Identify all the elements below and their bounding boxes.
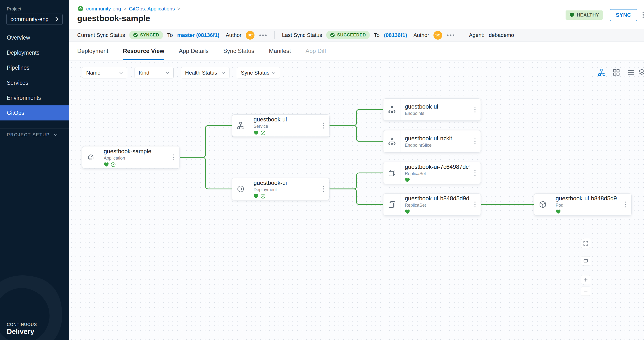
graph-node-endpointslice[interactable]: guestbook-ui-nzklt EndpointSlice [383, 130, 481, 152]
zoom-in-button[interactable] [581, 275, 590, 284]
sidebar-item-deployments[interactable]: Deployments [0, 45, 69, 60]
footer-continuous-label: CONTINUOUS [7, 322, 37, 327]
author-label: Author [413, 32, 429, 38]
last-target-link[interactable]: (08136f1) [384, 32, 407, 38]
edge-deployment-to-replicaset-old [330, 173, 383, 189]
page-title: guestbook-sample [77, 14, 150, 23]
graph-node-service[interactable]: guestbook-ui Service [232, 114, 330, 137]
node-kind: Deployment [254, 187, 318, 192]
breadcrumb-section-link[interactable]: GitOps: Applications [129, 6, 175, 12]
breadcrumb-project-link[interactable]: community-eng [86, 6, 121, 12]
graph-node-deployment[interactable]: guestbook-ui Deployment [232, 178, 330, 200]
status-divider [274, 31, 275, 39]
node-menu-kebab-icon[interactable] [470, 98, 480, 120]
filter-kind-select[interactable]: Kind [134, 67, 174, 78]
filter-label: Name [86, 70, 100, 76]
breadcrumb-separator: > [124, 6, 126, 12]
node-title: guestbook-ui [254, 116, 318, 123]
node-kind: Service [254, 124, 318, 129]
graph-node-replicaset[interactable]: guestbook-ui-b848d5d9d ReplicaSet [383, 193, 481, 216]
replicaset-icon [384, 162, 400, 184]
node-kind: Application [104, 156, 168, 161]
sidebar-item-label: Overview [7, 34, 30, 41]
grid-view-icon[interactable] [612, 68, 621, 77]
sync-button[interactable]: SYNC [610, 9, 637, 21]
fit-view-button[interactable] [581, 256, 590, 266]
healthy-heart-icon [104, 162, 109, 167]
sidebar-item-label: Environments [7, 95, 41, 101]
agent-value: debademo [489, 32, 514, 38]
filter-label: Sync Status [241, 70, 269, 76]
node-title: guestbook-ui [254, 180, 318, 186]
last-sync-badge: SUCCEEDED [326, 31, 369, 39]
gitops-app-icon [77, 5, 84, 12]
author-label: Author [226, 32, 242, 38]
health-badge-label: HEALTHY [577, 12, 599, 18]
sidebar-item-environments[interactable]: Environments [0, 90, 69, 106]
node-menu-kebab-icon[interactable] [620, 194, 631, 216]
node-menu-kebab-icon[interactable] [168, 146, 180, 168]
author-avatar: SC [434, 31, 442, 40]
project-selector[interactable]: community-eng [6, 14, 63, 25]
chevron-down-icon [272, 72, 276, 74]
healthy-heart-icon [254, 130, 258, 135]
tab-app-diff: App Diff [306, 48, 326, 60]
last-sync-label: Last Sync Status [282, 32, 322, 38]
node-kind: EndpointSlice [405, 143, 470, 148]
chevron-right-icon [55, 16, 58, 22]
sync-status-bar: Current Sync Status SYNCED To master (08… [69, 29, 644, 42]
edge-service-to-endpointslice [330, 126, 383, 141]
topbar: community-eng > GitOps: Applications > g… [69, 0, 644, 29]
node-menu-kebab-icon[interactable] [470, 194, 480, 216]
clipped-view-icon[interactable] [637, 68, 644, 77]
agent-label: Agent: [469, 32, 484, 38]
node-menu-kebab-icon[interactable] [318, 115, 329, 136]
sidebar-item-overview[interactable]: Overview [0, 30, 69, 45]
author-more-icon[interactable] [446, 34, 455, 36]
graph-node-application[interactable]: guestbook-sample Application [82, 146, 180, 168]
project-setup-toggle[interactable]: PROJECT SETUP [7, 132, 58, 138]
current-target-link[interactable]: master (08136f1) [177, 32, 220, 38]
sidebar-item-gitops[interactable]: GitOps [0, 106, 69, 120]
tab-manifest[interactable]: Manifest [269, 48, 291, 60]
project-setup-label: PROJECT SETUP [7, 132, 50, 138]
resource-filters: Name Kind Health Status Sync Status [82, 67, 280, 78]
tab-sync-status[interactable]: Sync Status [223, 48, 254, 60]
sidebar-item-services[interactable]: Services [0, 75, 69, 90]
tree-view-icon[interactable] [597, 68, 606, 77]
node-menu-kebab-icon[interactable] [318, 178, 329, 200]
tab-resource-view[interactable]: Resource View [123, 48, 164, 60]
deployment-icon [232, 178, 249, 200]
sidebar-nav: Overview Deployments Pipelines Services … [0, 30, 69, 120]
sidebar-item-pipelines[interactable]: Pipelines [0, 60, 69, 75]
fullscreen-button[interactable] [581, 239, 590, 248]
pod-icon [534, 194, 551, 216]
healthy-heart-icon [405, 209, 410, 214]
page-menu-kebab-icon[interactable] [640, 11, 644, 18]
list-view-icon[interactable] [626, 68, 636, 77]
filter-health-status-select[interactable]: Health Status [181, 67, 230, 78]
current-sync-label: Current Sync Status [77, 32, 125, 38]
breadcrumb-separator: > [177, 6, 180, 12]
graph-node-endpoints[interactable]: guestbook-ui Endpoints [383, 98, 481, 121]
edge-deployment-to-replicaset [330, 189, 383, 204]
healthy-heart-icon [556, 209, 561, 214]
node-kind: Pod [556, 203, 620, 208]
canvas-controls [581, 239, 590, 296]
filter-sync-status-select[interactable]: Sync Status [237, 67, 280, 78]
tab-deployment[interactable]: Deployment [77, 48, 108, 60]
author-avatar: SC [246, 31, 254, 40]
sidebar-footer: CONTINUOUS Delivery [7, 322, 37, 336]
author-more-icon[interactable] [259, 34, 267, 36]
resource-graph-canvas[interactable]: Name Kind Health Status Sync Status [69, 60, 644, 340]
node-menu-kebab-icon[interactable] [470, 162, 480, 184]
graph-node-replicaset-old[interactable]: guestbook-ui-7c64987dc9 ReplicaSet [383, 162, 481, 184]
tab-app-details[interactable]: App Details [179, 48, 208, 60]
service-icon [232, 115, 249, 136]
graph-node-pod[interactable]: guestbook-ui-b848d5d9... Pod [534, 193, 632, 216]
zoom-out-button[interactable] [581, 286, 590, 296]
node-menu-kebab-icon[interactable] [470, 130, 480, 152]
sidebar-item-label: GitOps [7, 110, 24, 116]
filter-name-select[interactable]: Name [82, 67, 127, 78]
node-title: guestbook-sample [104, 148, 168, 155]
